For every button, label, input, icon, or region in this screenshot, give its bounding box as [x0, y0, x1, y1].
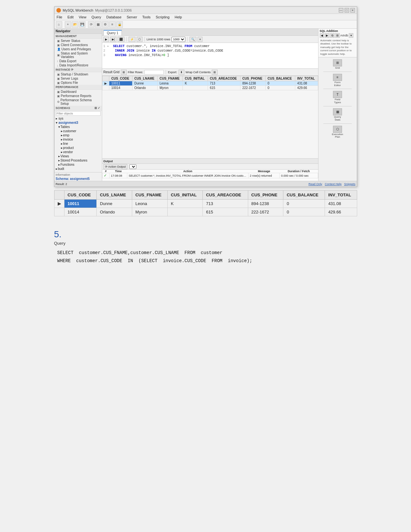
- filter-rows-btn[interactable]: ⊞: [121, 70, 127, 75]
- nav-schema-budt[interactable]: ▸ budt: [54, 167, 102, 171]
- col-cus-phone[interactable]: CUS_PHONE: [240, 76, 265, 81]
- nav-table-vendor[interactable]: ▸ vendor: [54, 150, 102, 154]
- table-row[interactable]: ▶ 10011 Dunne Leona K 713 894-1238 0 431…: [102, 81, 318, 86]
- right-icon-form[interactable]: ≡ Form Editor: [331, 73, 344, 88]
- sql-add-expand[interactable]: ⊞: [335, 33, 340, 38]
- query-editor[interactable]: 1 ▸ SELECT customer.*, invoice.INV_TOTAL…: [102, 43, 318, 69]
- out-action: SELECT customer.*, invoice.INV_TOTAL FRO…: [127, 173, 249, 178]
- menu-query[interactable]: Query: [91, 15, 102, 19]
- toolbar-btn1[interactable]: ⟳: [88, 21, 94, 28]
- menu-scripting[interactable]: Scripting: [155, 15, 171, 19]
- close-button[interactable]: ✕: [350, 8, 355, 13]
- export-btn[interactable]: ⬇: [179, 70, 184, 75]
- toolbar-open[interactable]: 📂: [72, 21, 78, 28]
- toolbar-new[interactable]: +: [65, 21, 71, 28]
- maximize-button[interactable]: □: [345, 8, 349, 13]
- nav-dashboard[interactable]: ▣Dashboard: [54, 90, 102, 94]
- big-col-cus-lname[interactable]: CUS_LNAME: [97, 191, 132, 200]
- col-cus-balance[interactable]: CUS_BALANCE: [265, 76, 295, 81]
- col-cus-initial[interactable]: CUS_INITIAL: [183, 76, 208, 81]
- format-button[interactable]: ≡: [198, 37, 202, 42]
- exec-button[interactable]: ▶: [103, 37, 109, 42]
- big-col-cus-phone[interactable]: CUS_PHONE: [248, 191, 283, 200]
- nav-tables-folder[interactable]: ▾ Tables: [54, 125, 102, 129]
- nav-status-variables[interactable]: ▣Status and System Variables: [54, 51, 102, 59]
- section-performance: PERFORMANCE: [54, 85, 102, 90]
- right-icon-grid[interactable]: ⊞ Grid: [331, 59, 344, 70]
- big-col-inv-total[interactable]: INV_TOTAL: [325, 191, 357, 200]
- cell-inv-total: 431.08: [295, 81, 318, 86]
- nav-perf-schema-setup[interactable]: ⚙Performance Schema Setup: [54, 98, 102, 106]
- search-button[interactable]: 🔍: [190, 37, 196, 42]
- nav-table-line[interactable]: ▸ line: [54, 142, 102, 146]
- toolbar-btn3[interactable]: ⚙: [102, 21, 109, 28]
- status-snippets[interactable]: Snippets: [344, 182, 355, 186]
- toolbar-btn2[interactable]: ▦: [95, 21, 102, 28]
- big-col-cus-fname[interactable]: CUS_FNAME: [132, 191, 168, 200]
- toolbar-save[interactable]: 💾: [79, 21, 85, 28]
- wrap-cell-btn[interactable]: ⊞: [212, 70, 218, 75]
- stop-button[interactable]: ⬛: [118, 37, 124, 42]
- nav-users-privileges[interactable]: 👤Users and Privileges: [54, 47, 102, 51]
- status-read-only[interactable]: Read Only: [308, 182, 322, 186]
- nav-tab-object-info[interactable]: Information: [54, 173, 102, 177]
- right-icon-execplan[interactable]: ⬡ Execution Plan: [331, 125, 344, 140]
- sql-add-forward[interactable]: ▶: [325, 33, 329, 38]
- status-context-help[interactable]: Context Help: [325, 182, 341, 186]
- big-table-row[interactable]: 10014 Orlando Myron 615 222-1672 0 429.6…: [54, 208, 357, 216]
- nav-table-product[interactable]: ▸ product: [54, 146, 102, 150]
- sql-add-settings[interactable]: ▾: [349, 33, 353, 38]
- menu-server[interactable]: Server: [126, 15, 138, 19]
- big-col-cus-initial[interactable]: CUS_INITIAL: [168, 191, 203, 200]
- nav-filter-input[interactable]: [56, 111, 101, 116]
- sql-add-copy[interactable]: ⧉: [330, 33, 335, 38]
- nav-server-logs[interactable]: ▣Server Logs: [54, 76, 102, 81]
- big-col-cus-balance[interactable]: CUS_BALANCE: [283, 191, 325, 200]
- visual-explain-button[interactable]: ⬡: [137, 37, 142, 42]
- menu-view[interactable]: View: [78, 15, 87, 19]
- menu-edit[interactable]: Edit: [66, 15, 74, 19]
- col-cus-areacode[interactable]: CUS_AREACODE: [208, 76, 240, 81]
- toolbar-home[interactable]: ⌂: [56, 21, 62, 28]
- nav-table-customer[interactable]: ▸ customer: [54, 129, 102, 133]
- big-table-row[interactable]: ▶ 10011 Dunne Leona K 713 894-1238 0 431…: [54, 200, 357, 208]
- menu-database[interactable]: Database: [105, 15, 122, 19]
- nav-data-export[interactable]: ↑Data Export: [54, 59, 102, 63]
- nav-options-file[interactable]: ▣Options File: [54, 81, 102, 85]
- menu-tools[interactable]: Tools: [141, 15, 152, 19]
- nav-schema-sys[interactable]: ▸ sys: [54, 116, 102, 121]
- right-icon-fieldtypes[interactable]: T Field Types: [331, 90, 344, 105]
- action-output-tab[interactable]: ⟳ Action Output: [103, 164, 128, 169]
- minimize-button[interactable]: —: [339, 8, 343, 13]
- sql-add-back[interactable]: ◀: [320, 33, 324, 38]
- big-col-cus-areacode[interactable]: CUS_AREACODE: [203, 191, 248, 200]
- output-filter-select[interactable]: [129, 164, 136, 169]
- limit-select[interactable]: 1000: [171, 37, 185, 42]
- filter-rows-input[interactable]: [144, 70, 164, 74]
- menu-file[interactable]: File: [56, 15, 64, 19]
- query-tab-1[interactable]: Query 1: [103, 30, 122, 35]
- menu-help[interactable]: Help: [174, 15, 183, 19]
- table-row[interactable]: 10014 Orlando Myron 615 222-1672 0 429.6…: [102, 86, 318, 90]
- col-cus-fname[interactable]: CUS_FNAME: [157, 76, 182, 81]
- nav-table-emp[interactable]: ▸ emp: [54, 133, 102, 137]
- nav-functions-folder[interactable]: ▸ Functions: [54, 163, 102, 167]
- exec-current-button[interactable]: ▶|: [110, 37, 116, 42]
- nav-views-folder[interactable]: ▸ Views: [54, 154, 102, 158]
- nav-table-invoice[interactable]: ▸ invoice: [54, 137, 102, 142]
- nav-data-import[interactable]: ↓Data Import/Restore: [54, 63, 102, 67]
- nav-stored-procs-folder[interactable]: ▸ Stored Procedures: [54, 158, 102, 163]
- toolbar-btn5[interactable]: 🔒: [116, 21, 123, 28]
- explain-button[interactable]: ⚡: [129, 37, 135, 42]
- nav-client-connections[interactable]: ▣Client Connections: [54, 43, 102, 47]
- nav-startup-shutdown[interactable]: ▣Startup / Shutdown: [54, 72, 102, 76]
- nav-schema-assignment3[interactable]: ▾ assignment3: [54, 121, 102, 125]
- col-cus-lname[interactable]: CUS_LNAME: [132, 76, 157, 81]
- toolbar-btn4[interactable]: ≡: [109, 21, 116, 28]
- col-inv-total[interactable]: INV_TOTAL: [295, 76, 318, 81]
- big-col-cus-code[interactable]: CUS_CODE: [64, 191, 97, 200]
- right-icon-querystats[interactable]: ▦ Query Stats: [331, 108, 344, 122]
- nav-performance-reports[interactable]: ▣Performance Reports: [54, 94, 102, 98]
- col-cus-code[interactable]: CUS_CODE: [109, 76, 132, 81]
- nav-server-status[interactable]: ▣Server Status: [54, 39, 102, 43]
